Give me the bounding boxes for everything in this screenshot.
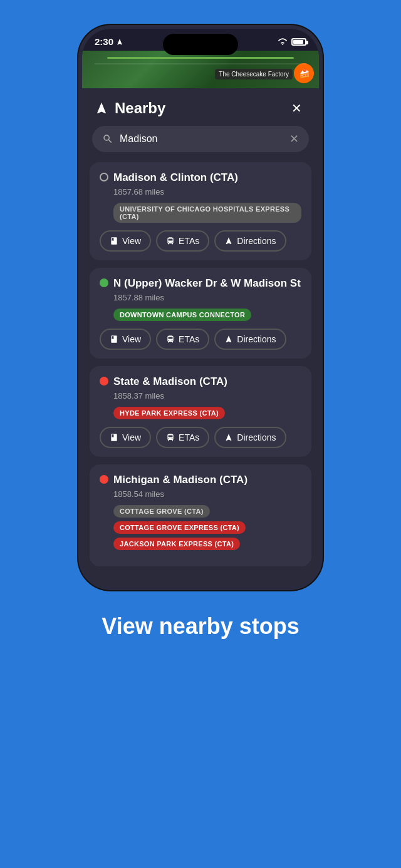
stop-actions-3: View ETAs Directions: [100, 427, 301, 448]
route-badge-4-0: COTTAGE GROVE (CTA): [113, 505, 210, 518]
search-bar: ✕: [92, 126, 309, 152]
directions-arrow-icon-3: [224, 433, 233, 442]
book-icon-2: [110, 335, 118, 344]
stop-header-4: Michigan & Madison (CTA): [100, 473, 301, 487]
stop-indicator-gray-1: [100, 173, 108, 181]
stop-2-view-button[interactable]: View: [100, 329, 151, 350]
stop-actions-1: View ETAs Directions: [100, 230, 301, 252]
search-input[interactable]: [120, 133, 283, 145]
close-button[interactable]: ✕: [286, 98, 306, 118]
stop-distance-1: 1857.68 miles: [100, 187, 301, 197]
stop-card-4: Michigan & Madison (CTA) 1858.54 miles C…: [90, 464, 311, 566]
search-clear-button[interactable]: ✕: [289, 132, 299, 146]
stop-name-2: N (Upper) Wacker Dr & W Madison St: [113, 277, 301, 290]
stop-name-3: State & Madison (CTA): [113, 375, 227, 389]
stop-routes-1: UNIVERSITY OF CHICAGO HOSPITALS EXPRESS …: [100, 203, 301, 223]
stop-1-etas-button[interactable]: ETAs: [156, 230, 209, 252]
search-icon: [102, 133, 113, 145]
header-title: Nearby: [115, 100, 165, 117]
stop-name-1: Madison & Clinton (CTA): [113, 171, 238, 185]
cheesecake-factory-badge: 🍰: [294, 63, 314, 83]
route-badge-2-0: DOWNTOWN CAMPUS CONNECTOR: [113, 309, 251, 321]
stop-3-view-button[interactable]: View: [100, 427, 151, 448]
stop-header-1: Madison & Clinton (CTA): [100, 171, 301, 185]
route-badge-1-0: UNIVERSITY OF CHICAGO HOSPITALS EXPRESS …: [113, 203, 301, 223]
stop-routes-3: HYDE PARK EXPRESS (CTA): [100, 407, 301, 419]
stop-distance-2: 1857.88 miles: [100, 293, 301, 302]
map-preview: The Cheesecake Factory 🍰: [82, 51, 319, 88]
header-title-group: Nearby: [95, 100, 165, 117]
stop-1-view-button[interactable]: View: [100, 230, 151, 252]
bus-icon-3: [166, 433, 175, 442]
stop-indicator-red-3: [100, 377, 108, 385]
nearby-navigation-icon: [95, 101, 108, 115]
bus-icon-2: [166, 335, 175, 344]
stop-routes-2: DOWNTOWN CAMPUS CONNECTOR: [100, 309, 301, 321]
stop-distance-3: 1858.37 miles: [100, 391, 301, 401]
route-badge-4-2: JACKSON PARK EXPRESS (CTA): [113, 538, 240, 550]
stop-card-1: Madison & Clinton (CTA) 1857.68 miles UN…: [90, 162, 311, 260]
stop-1-directions-button[interactable]: Directions: [214, 230, 286, 252]
book-icon: [110, 237, 118, 245]
stop-header-3: State & Madison (CTA): [100, 375, 301, 389]
stop-name-4: Michigan & Madison (CTA): [113, 473, 247, 487]
book-icon-3: [110, 433, 118, 442]
stop-distance-4: 1858.54 miles: [100, 489, 301, 499]
stop-actions-2: View ETAs Directions: [100, 329, 301, 350]
stop-card-3: State & Madison (CTA) 1858.37 miles HYDE…: [90, 366, 311, 457]
app-content: Nearby ✕ ✕ Madison & Clinton (CTA) 1857.…: [82, 88, 319, 586]
bus-icon-1: [166, 237, 175, 245]
phone-frame: 2:30 The Cheesecake Factory 🍰: [78, 25, 323, 590]
stop-indicator-red-4: [100, 475, 108, 484]
location-arrow-icon: [116, 38, 123, 46]
stop-routes-4: COTTAGE GROVE (CTA) COTTAGE GROVE EXPRES…: [100, 505, 301, 550]
stop-indicator-green-2: [100, 278, 108, 287]
status-bar: 2:30: [82, 29, 319, 51]
status-time: 2:30: [95, 36, 123, 47]
bottom-text: View nearby stops: [64, 613, 336, 640]
stop-3-directions-button[interactable]: Directions: [214, 427, 286, 448]
directions-arrow-icon-2: [224, 335, 233, 344]
stop-card-2: N (Upper) Wacker Dr & W Madison St 1857.…: [90, 268, 311, 359]
wifi-icon: [278, 37, 288, 47]
map-badge-label: The Cheesecake Factory: [215, 69, 293, 79]
status-icons: [278, 37, 306, 47]
nearby-header: Nearby ✕: [82, 88, 319, 126]
battery-icon: [291, 38, 306, 46]
stop-2-etas-button[interactable]: ETAs: [156, 329, 209, 350]
directions-arrow-icon-1: [224, 237, 233, 245]
dynamic-island: [163, 34, 238, 55]
stop-2-directions-button[interactable]: Directions: [214, 329, 286, 350]
stop-3-etas-button[interactable]: ETAs: [156, 427, 209, 448]
route-badge-4-1: COTTAGE GROVE EXPRESS (CTA): [113, 521, 246, 534]
time-display: 2:30: [95, 36, 113, 47]
stop-header-2: N (Upper) Wacker Dr & W Madison St: [100, 277, 301, 290]
route-badge-3-0: HYDE PARK EXPRESS (CTA): [113, 407, 225, 419]
